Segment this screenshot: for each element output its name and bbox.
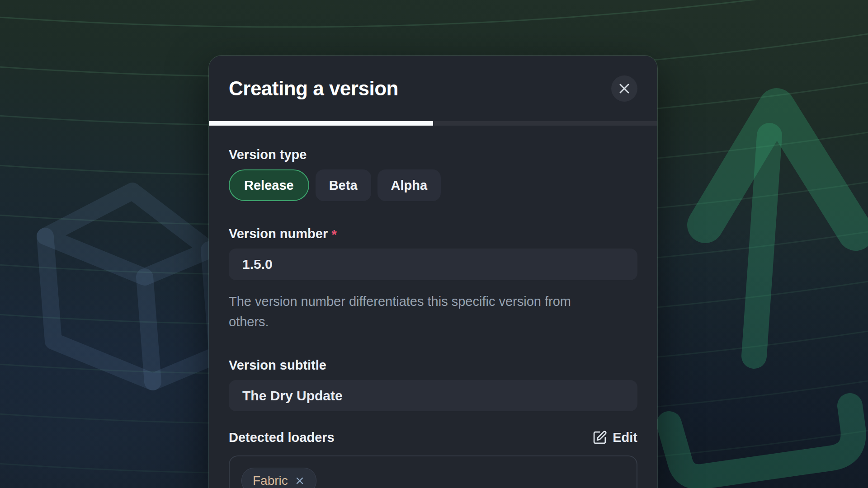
version-number-label: Version number* [229, 226, 637, 241]
detected-loaders-box: Fabric [229, 455, 637, 488]
type-option-alpha[interactable]: Alpha [377, 169, 441, 201]
type-option-beta[interactable]: Beta [316, 169, 371, 201]
remove-loader-button[interactable] [294, 475, 305, 486]
detected-loaders-header: Detected loaders Edit [229, 429, 637, 446]
version-subtitle-input[interactable] [229, 380, 637, 411]
progress-track [209, 121, 657, 126]
modal-title: Creating a version [229, 77, 398, 100]
close-icon [618, 82, 631, 95]
version-number-help: The version number differentiates this s… [229, 291, 611, 332]
modal-body: Version type Release Beta Alpha Version … [209, 147, 657, 488]
edit-loaders-button[interactable]: Edit [592, 430, 637, 445]
version-number-input[interactable] [229, 249, 637, 280]
version-type-label: Version type [229, 147, 637, 162]
progress-fill [209, 121, 433, 126]
loader-tag-label: Fabric [253, 474, 288, 488]
type-option-release[interactable]: Release [229, 169, 309, 201]
version-subtitle-label: Version subtitle [229, 357, 637, 373]
edit-label: Edit [613, 430, 637, 445]
modal-header: Creating a version [209, 56, 657, 121]
loader-tag-fabric: Fabric [241, 468, 316, 488]
required-asterisk: * [331, 227, 337, 242]
create-version-modal: Creating a version Version type Release … [209, 56, 657, 488]
detected-loaders-label: Detected loaders [229, 429, 335, 446]
upload-arrow-icon [669, 106, 856, 477]
version-type-options: Release Beta Alpha [229, 169, 637, 201]
remove-x-icon [294, 475, 305, 486]
cube-icon [45, 191, 217, 382]
edit-pencil-icon [592, 430, 607, 445]
close-button[interactable] [611, 75, 637, 102]
